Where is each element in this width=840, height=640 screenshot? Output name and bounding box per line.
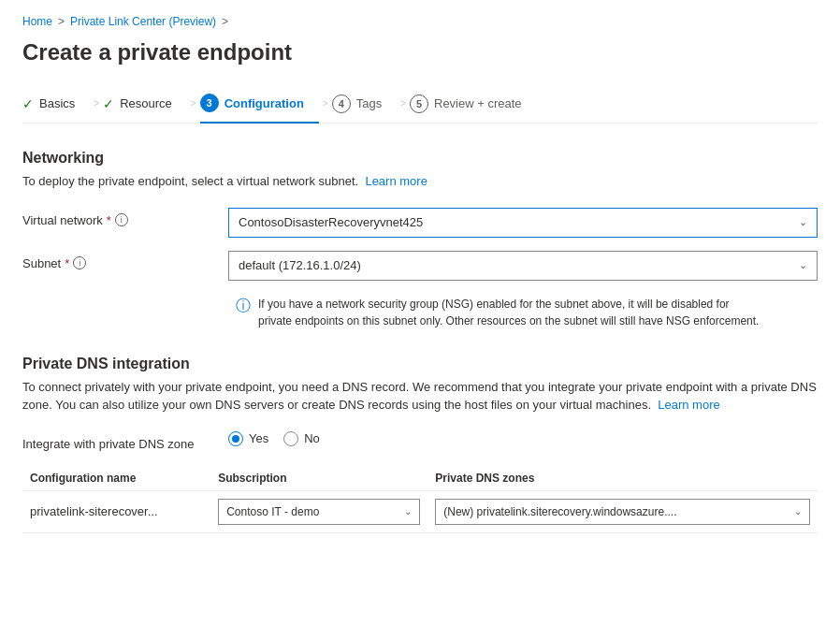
networking-learn-more[interactable]: Learn more [365, 174, 427, 188]
step-tags-num: 4 [332, 95, 351, 113]
dns-zone-chevron: ⌄ [794, 506, 802, 516]
step-resource[interactable]: ✓ Resource [103, 87, 187, 121]
dns-yes-label: Yes [249, 431, 268, 445]
dns-section: Private DNS integration To connect priva… [22, 356, 818, 533]
networking-section: Networking To deploy the private endpoin… [22, 150, 818, 337]
networking-description: To deploy the private endpoint, select a… [22, 172, 818, 191]
subnet-control: default (172.16.1.0/24) ⌄ ⓘ If you have … [228, 251, 818, 337]
page-title: Create a private endpoint [22, 39, 818, 65]
required-star: * [107, 213, 111, 227]
virtual-network-value: ContosoDisasterRecoveryvnet425 [239, 215, 423, 229]
subnet-chevron: ⌄ [799, 259, 807, 271]
dns-yes-radio[interactable] [228, 431, 243, 446]
dns-zone-value: (New) privatelink.siterecovery.windowsaz… [443, 505, 676, 518]
dns-learn-more[interactable]: Learn more [658, 398, 719, 412]
dns-subscription-chevron: ⌄ [404, 506, 412, 516]
virtual-network-chevron: ⌄ [799, 216, 807, 228]
subnet-value: default (172.16.1.0/24) [239, 258, 361, 272]
dns-zone-select[interactable]: (New) privatelink.siterecovery.windowsaz… [435, 499, 810, 525]
dns-yes-option[interactable]: Yes [228, 431, 268, 446]
dns-col-config: Configuration name [22, 466, 210, 491]
dns-description: To connect privately with your private e… [22, 378, 818, 415]
step-basics[interactable]: ✓ Basics [22, 87, 90, 121]
breadcrumb-private-link[interactable]: Private Link Center (Preview) [70, 15, 216, 28]
step-sep-3: > [319, 98, 332, 109]
dns-title: Private DNS integration [22, 356, 818, 372]
breadcrumb: Home > Private Link Center (Preview) > [22, 15, 818, 28]
step-review-num: 5 [410, 95, 428, 113]
networking-title: Networking [22, 150, 818, 167]
networking-desc-text: To deploy the private endpoint, select a… [22, 174, 358, 188]
step-sep-1: > [90, 98, 103, 109]
virtual-network-control: ContosoDisasterRecoveryvnet425 ⌄ [228, 208, 818, 238]
subnet-select[interactable]: default (172.16.1.0/24) ⌄ [228, 251, 818, 281]
dns-no-label: No [304, 431, 320, 445]
dns-zone-cell: (New) privatelink.siterecovery.windowsaz… [427, 490, 818, 532]
breadcrumb-home[interactable]: Home [22, 15, 52, 28]
nsg-info-icon: ⓘ [236, 297, 251, 329]
step-sep-2: > [187, 98, 200, 109]
table-row: privatelink-siterecover... Contoso IT - … [22, 490, 818, 532]
nsg-notice: ⓘ If you have a network security group (… [228, 288, 771, 337]
step-tags[interactable]: 4 Tags [332, 85, 397, 123]
virtual-network-info-icon[interactable]: i [115, 213, 128, 226]
dns-config-name: privatelink-siterecover... [22, 490, 210, 532]
dns-integrate-row: Integrate with private DNS zone Yes No [22, 431, 818, 451]
subnet-row: Subnet * i default (172.16.1.0/24) ⌄ ⓘ I… [22, 251, 818, 337]
dns-col-zones: Private DNS zones [427, 466, 818, 491]
dns-subscription-cell: Contoso IT - demo ⌄ [210, 490, 427, 532]
dns-no-option[interactable]: No [283, 431, 320, 446]
dns-table: Configuration name Subscription Private … [22, 466, 818, 533]
dns-no-radio[interactable] [283, 431, 298, 446]
nsg-notice-text: If you have a network security group (NS… [258, 296, 763, 329]
step-tags-label: Tags [356, 96, 382, 110]
step-configuration[interactable]: 3 Configuration [200, 84, 319, 124]
step-resource-label: Resource [120, 96, 172, 110]
step-basics-check: ✓ [22, 96, 34, 111]
breadcrumb-sep2: > [222, 15, 228, 28]
step-configuration-label: Configuration [224, 96, 304, 110]
wizard-steps: ✓ Basics > ✓ Resource > 3 Configuration … [22, 84, 818, 124]
dns-subscription-value: Contoso IT - demo [226, 505, 319, 518]
dns-integrate-control: Yes No [228, 431, 818, 446]
step-review-label: Review + create [434, 96, 522, 110]
step-resource-check: ✓ [103, 96, 114, 111]
step-basics-label: Basics [39, 96, 75, 110]
dns-radio-group: Yes No [228, 431, 818, 446]
dns-subscription-select[interactable]: Contoso IT - demo ⌄ [218, 499, 420, 525]
virtual-network-label: Virtual network * i [22, 208, 228, 227]
breadcrumb-sep1: > [58, 15, 65, 28]
subnet-label: Subnet * i [22, 251, 228, 270]
dns-integrate-label: Integrate with private DNS zone [22, 431, 228, 451]
step-sep-4: > [397, 98, 410, 109]
step-review[interactable]: 5 Review + create [410, 85, 537, 123]
subnet-required-star: * [65, 256, 69, 270]
virtual-network-select[interactable]: ContosoDisasterRecoveryvnet425 ⌄ [228, 208, 818, 238]
step-configuration-num: 3 [200, 94, 219, 112]
subnet-info-icon[interactable]: i [73, 256, 86, 269]
dns-col-subscription: Subscription [210, 466, 427, 491]
virtual-network-row: Virtual network * i ContosoDisasterRecov… [22, 208, 818, 238]
